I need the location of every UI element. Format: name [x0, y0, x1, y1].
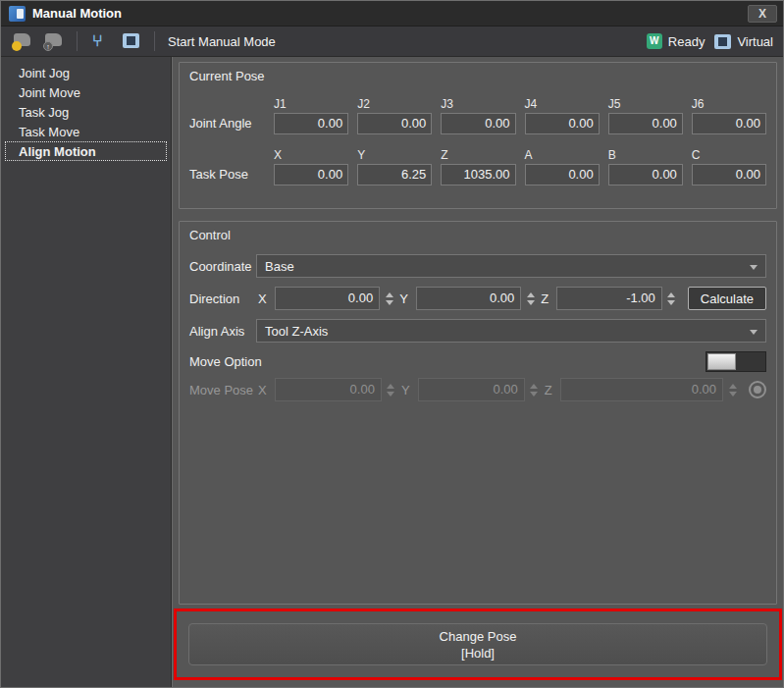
coordinate-dropdown[interactable]: Base — [256, 254, 766, 278]
j6-label: J6 — [692, 97, 766, 111]
robot-arm-icon[interactable]: ⑂ — [88, 31, 112, 51]
toolbar-separator — [77, 31, 78, 51]
move-pose-label: Move Pose — [189, 383, 256, 397]
virtual-robot-icon[interactable] — [120, 31, 143, 51]
direction-z-spinner[interactable] — [665, 292, 678, 305]
move-pose-z-input: 0.00 — [560, 378, 723, 401]
close-button[interactable]: X — [748, 5, 777, 23]
direction-y-input[interactable]: 0.00 — [416, 287, 522, 310]
direction-x-label: X — [258, 291, 267, 306]
move-pose-y-spinner — [528, 384, 541, 397]
change-pose-line1: Change Pose — [440, 628, 517, 645]
direction-z-input[interactable]: -1.00 — [556, 287, 662, 310]
spin-down-icon[interactable] — [527, 300, 535, 305]
joint-angle-row: Joint Angle J10.00 J20.00 J30.00 J40.00 … — [189, 97, 766, 134]
spin-up-icon[interactable] — [386, 292, 393, 297]
spin-up-icon — [729, 384, 737, 389]
start-manual-mode-label: Start Manual Mode — [168, 34, 276, 49]
virtual-status-icon — [714, 34, 731, 49]
spin-down-icon[interactable] — [386, 300, 393, 305]
toggle-knob — [707, 353, 736, 370]
arrow-badge-icon: ↑ — [43, 41, 53, 51]
task-pose-label: Task Pose — [189, 167, 274, 185]
align-axis-dropdown[interactable]: Tool Z-Axis — [256, 319, 766, 343]
task-y-field[interactable]: 6.25 — [357, 164, 432, 185]
move-option-row: Move Option — [189, 351, 766, 372]
sidebar-item-joint-jog[interactable]: Joint Jog — [5, 63, 167, 82]
direction-x-input[interactable]: 0.00 — [275, 287, 381, 310]
x-label: X — [274, 148, 348, 162]
a-label: A — [525, 148, 600, 162]
titlebar: Manual Motion X — [1, 1, 783, 26]
spin-down-icon — [387, 392, 394, 397]
spin-down-icon — [729, 392, 737, 397]
spin-down-icon[interactable] — [667, 300, 675, 305]
align-axis-row: Align Axis Tool Z-Axis — [189, 319, 766, 343]
direction-z-label: Z — [541, 291, 549, 306]
j5-field[interactable]: 0.00 — [608, 113, 683, 134]
direction-x-spinner[interactable] — [383, 292, 395, 305]
j6-field[interactable]: 0.00 — [692, 113, 766, 134]
upload-pose-icon[interactable]: ↑ — [42, 31, 66, 51]
current-pose-group: Current Pose Joint Angle J10.00 J20.00 J… — [179, 62, 777, 209]
move-pose-y-input: 0.00 — [418, 378, 525, 401]
move-option-label: Move Option — [189, 354, 262, 369]
j1-field[interactable]: 0.00 — [274, 113, 348, 134]
joint-angle-label: Joint Angle — [189, 116, 274, 134]
j4-label: J4 — [525, 97, 600, 111]
direction-y-label: Y — [399, 291, 408, 306]
spin-up-icon[interactable] — [667, 292, 675, 297]
toolbar: ↑ ⑂ Start Manual Mode W Ready Virtual — [1, 26, 783, 57]
change-pose-line2: [Hold] — [461, 645, 495, 662]
y-label: Y — [357, 148, 432, 162]
direction-row: Direction X 0.00 Y 0.00 Z -1.00 Calculat… — [189, 287, 766, 310]
coordinate-row: Coordinate Base — [189, 254, 766, 278]
z-label: Z — [441, 148, 515, 162]
spin-down-icon — [530, 392, 538, 397]
calculate-button[interactable]: Calculate — [688, 287, 766, 310]
j5-label: J5 — [608, 97, 683, 111]
align-axis-value: Tool Z-Axis — [265, 324, 328, 339]
move-pose-x-input: 0.00 — [275, 378, 382, 401]
direction-y-spinner[interactable] — [524, 292, 537, 305]
sidebar-item-align-motion[interactable]: Align Motion — [5, 141, 167, 161]
control-group: Control Coordinate Base Direction X 0.00… — [179, 221, 777, 605]
task-a-field[interactable]: 0.00 — [525, 164, 600, 185]
j2-label: J2 — [357, 97, 432, 111]
j4-field[interactable]: 0.00 — [525, 113, 600, 134]
move-pose-y-label: Y — [401, 383, 410, 397]
change-pose-button[interactable]: Change Pose [Hold] — [188, 623, 767, 665]
control-title: Control — [189, 226, 766, 242]
annotation-highlight-box: Change Pose [Hold] — [174, 609, 782, 680]
sidebar-item-joint-move[interactable]: Joint Move — [5, 82, 167, 102]
move-pose-z-spinner — [726, 384, 739, 397]
ready-status-icon: W — [647, 33, 662, 49]
spin-up-icon — [387, 384, 394, 389]
spin-up-icon[interactable] — [527, 292, 535, 297]
current-pose-title: Current Pose — [189, 67, 766, 83]
sidebar: Joint Jog Joint Move Task Jog Task Move … — [1, 57, 172, 688]
j3-field[interactable]: 0.00 — [441, 113, 515, 134]
task-pose-row: Task Pose X0.00 Y6.25 Z1035.00 A0.00 B0.… — [189, 148, 766, 185]
direction-label: Direction — [189, 291, 256, 306]
chevron-down-icon — [750, 265, 758, 270]
c-label: C — [692, 148, 766, 162]
task-b-field[interactable]: 0.00 — [608, 164, 683, 185]
coordinate-label: Coordinate — [189, 259, 256, 274]
sidebar-item-task-jog[interactable]: Task Jog — [5, 102, 167, 122]
spin-up-icon — [530, 384, 538, 389]
yellow-badge-icon — [12, 41, 22, 51]
save-pose-icon[interactable] — [11, 31, 34, 51]
task-z-field[interactable]: 1035.00 — [441, 164, 515, 185]
window-title: Manual Motion — [32, 6, 748, 21]
ready-status-label: Ready — [668, 34, 706, 49]
task-c-field[interactable]: 0.00 — [692, 164, 766, 185]
j2-field[interactable]: 0.00 — [357, 113, 432, 134]
main-panel: Current Pose Joint Angle J10.00 J20.00 J… — [172, 57, 783, 688]
sidebar-item-task-move[interactable]: Task Move — [5, 122, 167, 141]
b-label: B — [608, 148, 683, 162]
move-option-toggle[interactable] — [706, 351, 766, 372]
record-pose-icon — [749, 381, 766, 398]
chevron-down-icon — [750, 330, 758, 335]
task-x-field[interactable]: 0.00 — [274, 164, 348, 185]
